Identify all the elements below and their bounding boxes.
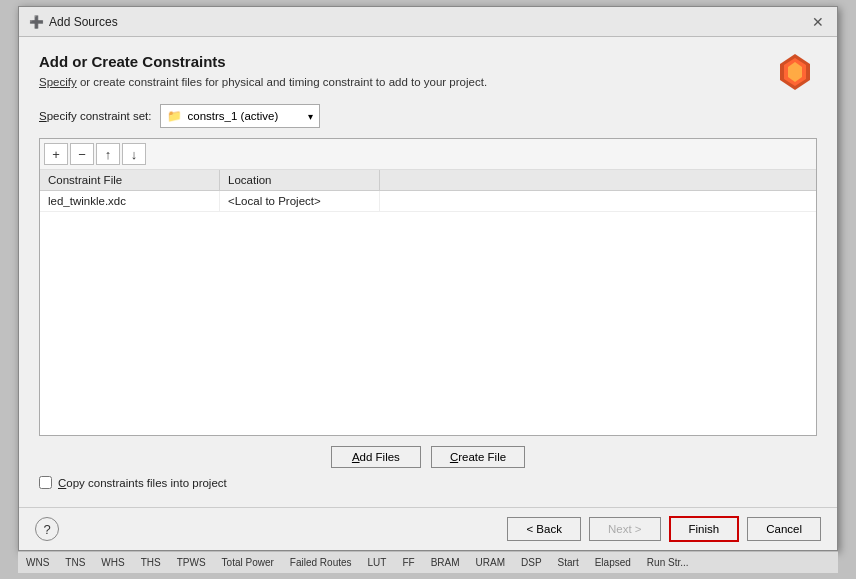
cancel-button[interactable]: Cancel bbox=[747, 517, 821, 541]
title-bar: ➕ Add Sources ✕ bbox=[19, 7, 837, 37]
finish-button[interactable]: Finish bbox=[669, 516, 740, 542]
footer-left: ? bbox=[35, 517, 59, 541]
status-elapsed: Elapsed bbox=[595, 557, 631, 568]
table-header: Constraint File Location bbox=[40, 170, 816, 191]
status-bram: BRAM bbox=[431, 557, 460, 568]
status-bar: WNS TNS WHS THS TPWS Total Power Failed … bbox=[18, 551, 838, 573]
dialog-footer: ? < Back Next > Finish Cancel bbox=[19, 507, 837, 550]
status-run-str: Run Str... bbox=[647, 557, 689, 568]
status-start: Start bbox=[558, 557, 579, 568]
action-buttons-row: Add Files Create File bbox=[39, 446, 817, 468]
copy-checkbox[interactable] bbox=[39, 476, 52, 489]
status-failed-routes: Failed Routes bbox=[290, 557, 352, 568]
table-toolbar: + − ↑ ↓ bbox=[40, 139, 816, 170]
status-total-power: Total Power bbox=[222, 557, 274, 568]
move-up-button[interactable]: ↑ bbox=[96, 143, 120, 165]
footer-right: < Back Next > Finish Cancel bbox=[507, 516, 821, 542]
remove-row-button[interactable]: − bbox=[70, 143, 94, 165]
add-files-button[interactable]: Add Files bbox=[331, 446, 421, 468]
copy-checkbox-row: Copy constraints files into project bbox=[39, 476, 817, 489]
dialog-title: Add Sources bbox=[49, 15, 118, 29]
status-tns: TNS bbox=[65, 557, 85, 568]
constraint-set-label: Specify constraint set: bbox=[39, 110, 152, 122]
chevron-down-icon: ▾ bbox=[308, 111, 313, 122]
section-description: Specify or create constraint files for p… bbox=[39, 76, 817, 88]
specify-text: Specify bbox=[39, 76, 77, 88]
cell-file: led_twinkle.xdc bbox=[40, 191, 220, 211]
column-header-location: Location bbox=[220, 170, 380, 190]
status-uram: URAM bbox=[476, 557, 505, 568]
logo-icon bbox=[780, 54, 810, 90]
next-button[interactable]: Next > bbox=[589, 517, 661, 541]
create-file-button[interactable]: Create File bbox=[431, 446, 525, 468]
back-button[interactable]: < Back bbox=[507, 517, 580, 541]
description-rest: or create constraint files for physical … bbox=[77, 76, 487, 88]
copy-label-rest: opy constraints files into project bbox=[66, 477, 226, 489]
folder-icon: 📁 bbox=[167, 109, 182, 123]
status-ff: FF bbox=[402, 557, 414, 568]
table-body: led_twinkle.xdc <Local to Project> bbox=[40, 191, 816, 435]
constraint-set-row: Specify constraint set: 📁 constrs_1 (act… bbox=[39, 104, 817, 128]
status-ths: THS bbox=[141, 557, 161, 568]
status-tpws: TPWS bbox=[177, 557, 206, 568]
add-files-label: Add Files bbox=[352, 451, 400, 463]
copy-checkbox-label[interactable]: Copy constraints files into project bbox=[58, 477, 227, 489]
help-button[interactable]: ? bbox=[35, 517, 59, 541]
status-dsp: DSP bbox=[521, 557, 542, 568]
add-row-button[interactable]: + bbox=[44, 143, 68, 165]
constraint-set-dropdown[interactable]: 📁 constrs_1 (active) ▾ bbox=[160, 104, 320, 128]
constraint-set-value: constrs_1 (active) bbox=[188, 110, 279, 122]
column-header-file: Constraint File bbox=[40, 170, 220, 190]
file-table-container: + − ↑ ↓ Constraint File Location led_twi… bbox=[39, 138, 817, 436]
close-button[interactable]: ✕ bbox=[809, 13, 827, 31]
cell-location: <Local to Project> bbox=[220, 191, 380, 211]
dialog-icon: ➕ bbox=[29, 15, 43, 29]
table-row[interactable]: led_twinkle.xdc <Local to Project> bbox=[40, 191, 816, 212]
create-file-label: Create File bbox=[450, 451, 506, 463]
status-wns: WNS bbox=[26, 557, 49, 568]
status-whs: WHS bbox=[101, 557, 124, 568]
status-lut: LUT bbox=[368, 557, 387, 568]
move-down-button[interactable]: ↓ bbox=[122, 143, 146, 165]
dialog-content: Add or Create Constraints Specify or cre… bbox=[19, 37, 837, 507]
section-title: Add or Create Constraints bbox=[39, 53, 817, 70]
